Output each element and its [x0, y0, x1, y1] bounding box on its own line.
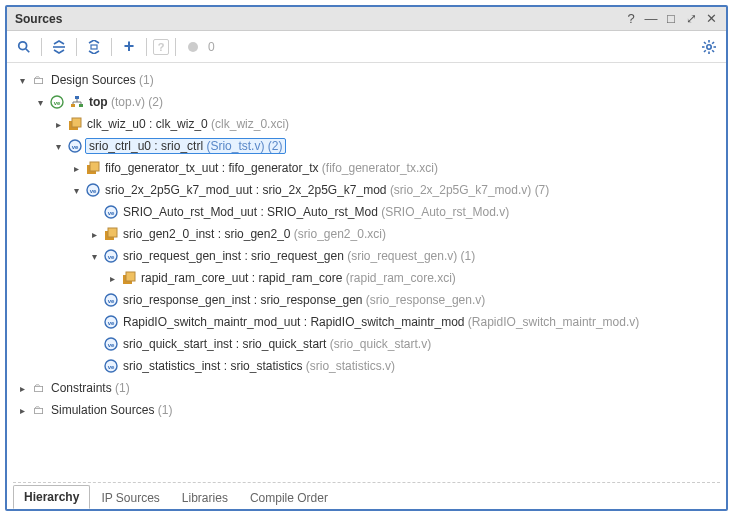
folder-icon: 🗀: [31, 403, 47, 417]
ve-module-icon: ve: [103, 315, 119, 329]
search-icon[interactable]: [13, 36, 35, 58]
help-icon[interactable]: ?: [624, 12, 638, 26]
tree-node-sim-sources[interactable]: ▸ 🗀 Simulation Sources (1): [11, 399, 722, 421]
tree-node-fifo-gen[interactable]: ▸ fifo_generator_tx_uut : fifo_generator…: [11, 157, 722, 179]
toolbar: + ? 0: [7, 31, 726, 63]
tree-node-req-gen[interactable]: ▾ ve srio_request_gen_inst : srio_reques…: [11, 245, 722, 267]
tree-node-rapid-ram[interactable]: ▸ rapid_ram_core_uut : rapid_ram_core (r…: [11, 267, 722, 289]
tree-node-clk-wiz[interactable]: ▸ clk_wiz_u0 : clk_wiz_0 (clk_wiz_0.xci): [11, 113, 722, 135]
folder-icon: 🗀: [31, 381, 47, 395]
svg-rect-34: [108, 228, 117, 237]
add-sources-icon[interactable]: +: [118, 36, 140, 58]
svg-line-11: [712, 50, 714, 52]
node-label: srio_2x_2p5G_k7_mod_uut : srio_2x_2p5G_k…: [103, 183, 551, 197]
svg-line-12: [704, 50, 706, 52]
chevron-down-icon[interactable]: ▾: [69, 185, 83, 196]
chevron-down-icon[interactable]: ▾: [87, 251, 101, 262]
titlebar: Sources ? — □ ⤢ ✕: [7, 7, 726, 31]
node-label: Simulation Sources (1): [49, 403, 174, 417]
tree-node-statistics[interactable]: ▸ ve srio_statistics_inst : srio_statist…: [11, 355, 722, 377]
ip-block-icon: [67, 117, 83, 131]
svg-rect-18: [79, 104, 83, 107]
svg-point-0: [19, 41, 27, 49]
node-label: srio_quick_start_inst : srio_quick_start…: [121, 337, 433, 351]
close-icon[interactable]: ✕: [704, 12, 718, 26]
svg-text:ve: ve: [90, 188, 97, 194]
tree-node-switch-maintr[interactable]: ▸ ve RapidIO_switch_maintr_mod_uut : Rap…: [11, 311, 722, 333]
svg-rect-3: [91, 45, 97, 49]
chevron-placeholder: ▸: [87, 207, 101, 218]
tree-node-design-sources[interactable]: ▾ 🗀 Design Sources (1): [11, 69, 722, 91]
chevron-placeholder: ▸: [87, 339, 101, 350]
chevron-down-icon[interactable]: ▾: [51, 141, 65, 152]
svg-point-4: [188, 42, 198, 52]
collapse-all-icon[interactable]: [48, 36, 70, 58]
ip-block-icon: [121, 271, 137, 285]
chevron-right-icon[interactable]: ▸: [51, 119, 65, 130]
chevron-right-icon[interactable]: ▸: [69, 163, 83, 174]
node-label: Constraints (1): [49, 381, 132, 395]
svg-rect-24: [72, 118, 81, 127]
tab-compile-order[interactable]: Compile Order: [239, 486, 339, 509]
svg-text:ve: ve: [108, 298, 115, 304]
expand-all-icon[interactable]: [83, 36, 105, 58]
tree-node-srio-ctrl[interactable]: ▾ ve srio_ctrl_u0 : srio_ctrl (Srio_tst.…: [11, 135, 722, 157]
restore-icon[interactable]: □: [664, 12, 678, 26]
svg-text:ve: ve: [108, 342, 115, 348]
node-label: srio_statistics_inst : srio_statistics (…: [121, 359, 397, 373]
tree-node-quick-start[interactable]: ▸ ve srio_quick_start_inst : srio_quick_…: [11, 333, 722, 355]
ip-block-icon: [85, 161, 101, 175]
ve-module-icon: ve: [67, 139, 83, 153]
svg-text:ve: ve: [108, 210, 115, 216]
messages-icon: [182, 36, 204, 58]
chevron-placeholder: ▸: [87, 317, 101, 328]
chevron-placeholder: ▸: [87, 295, 101, 306]
maximize-icon[interactable]: ⤢: [684, 12, 698, 26]
tab-ip-sources[interactable]: IP Sources: [90, 486, 170, 509]
hierarchy-tree[interactable]: ▾ 🗀 Design Sources (1) ▾ ve top (top.v) …: [7, 63, 726, 482]
node-label: rapid_ram_core_uut : rapid_ram_core (rap…: [139, 271, 458, 285]
tree-node-top[interactable]: ▾ ve top (top.v) (2): [11, 91, 722, 113]
svg-text:ve: ve: [54, 100, 61, 106]
svg-line-10: [704, 42, 706, 44]
svg-rect-38: [126, 272, 135, 281]
node-label: srio_gen2_0_inst : srio_gen2_0 (srio_gen…: [121, 227, 388, 241]
node-label: top (top.v) (2): [87, 95, 165, 109]
chevron-down-icon[interactable]: ▾: [15, 75, 29, 86]
settings-icon[interactable]: [698, 36, 720, 58]
node-label: fifo_generator_tx_uut : fifo_generator_t…: [103, 161, 440, 175]
chevron-down-icon[interactable]: ▾: [33, 97, 47, 108]
svg-rect-17: [71, 104, 75, 107]
ve-module-icon: ve: [103, 205, 119, 219]
tree-node-resp-gen[interactable]: ▸ ve srio_response_gen_inst : srio_respo…: [11, 289, 722, 311]
node-label: srio_request_gen_inst : srio_request_gen…: [121, 249, 477, 263]
ve-module-icon: ve: [103, 249, 119, 263]
ve-module-icon: ve: [103, 337, 119, 351]
help-box-icon: ?: [153, 39, 169, 55]
svg-line-1: [26, 48, 30, 52]
hierarchy-top-icon: [69, 96, 85, 108]
folder-icon: 🗀: [31, 73, 47, 87]
chevron-right-icon[interactable]: ▸: [15, 405, 29, 416]
tree-node-auto-rst[interactable]: ▸ ve SRIO_Auto_rst_Mod_uut : SRIO_Auto_r…: [11, 201, 722, 223]
chevron-right-icon[interactable]: ▸: [105, 273, 119, 284]
node-label: clk_wiz_u0 : clk_wiz_0 (clk_wiz_0.xci): [85, 117, 291, 131]
svg-rect-28: [90, 162, 99, 171]
svg-line-13: [712, 42, 714, 44]
tree-node-srio-2x[interactable]: ▾ ve srio_2x_2p5G_k7_mod_uut : srio_2x_2…: [11, 179, 722, 201]
chevron-right-icon[interactable]: ▸: [87, 229, 101, 240]
svg-text:ve: ve: [108, 254, 115, 260]
svg-text:ve: ve: [108, 364, 115, 370]
tree-node-constraints[interactable]: ▸ 🗀 Constraints (1): [11, 377, 722, 399]
tab-hierarchy[interactable]: Hierarchy: [13, 485, 90, 509]
tree-node-gen2[interactable]: ▸ srio_gen2_0_inst : srio_gen2_0 (srio_g…: [11, 223, 722, 245]
chevron-right-icon[interactable]: ▸: [15, 383, 29, 394]
minimize-icon[interactable]: —: [644, 12, 658, 26]
sources-panel: Sources ? — □ ⤢ ✕ + ? 0: [5, 5, 728, 511]
chevron-placeholder: ▸: [87, 361, 101, 372]
separator: [41, 38, 42, 56]
tab-libraries[interactable]: Libraries: [171, 486, 239, 509]
node-label: RapidIO_switch_maintr_mod_uut : RapidIO_…: [121, 315, 641, 329]
ve-top-icon: ve: [49, 95, 65, 109]
bottom-tabbar: Hierarchy IP Sources Libraries Compile O…: [7, 483, 726, 509]
